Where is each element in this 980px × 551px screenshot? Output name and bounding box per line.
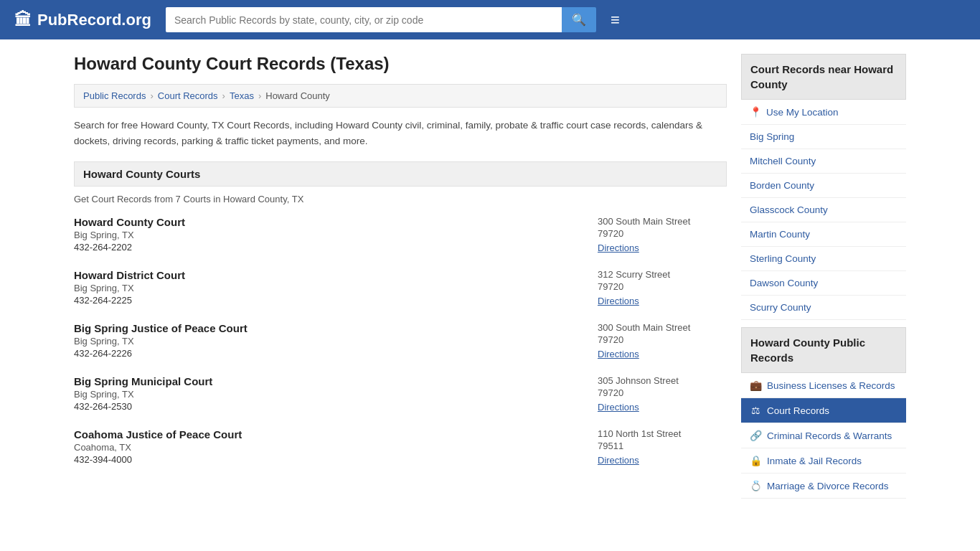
sidebar-item-link[interactable]: Marriage & Divorce Records <box>767 481 889 491</box>
main-content: Howard County Court Records (Texas) Publ… <box>74 54 727 506</box>
sidebar-icon: ⚖ <box>750 405 761 416</box>
breadcrumb-texas[interactable]: Texas <box>230 90 254 101</box>
court-zip: 79720 <box>598 334 727 345</box>
breadcrumb-current: Howard County <box>265 90 330 101</box>
court-city: Big Spring, TX <box>74 283 583 293</box>
court-street: 312 Scurry Street <box>598 269 727 280</box>
court-zip: 79720 <box>598 281 727 292</box>
court-city: Big Spring, TX <box>74 336 583 347</box>
nearby-location-item[interactable]: Dawson County <box>741 271 906 296</box>
directions-link[interactable]: Directions <box>598 455 639 466</box>
nearby-location-link[interactable]: Martin County <box>750 229 810 240</box>
section-subtext: Get Court Records from 7 Courts in Howar… <box>74 194 727 204</box>
court-address: 300 South Main Street 79720 Directions <box>598 322 727 359</box>
public-record-item[interactable]: ⚖Court Records <box>741 398 906 423</box>
page-title: Howard County Court Records (Texas) <box>74 54 727 74</box>
nearby-location-link[interactable]: Scurry County <box>750 302 811 313</box>
sidebar-item-link[interactable]: Criminal Records & Warrants <box>767 430 892 441</box>
nearby-location-item[interactable]: Sterling County <box>741 247 906 271</box>
public-records-list: 💼Business Licenses & Records⚖Court Recor… <box>741 373 906 499</box>
nearby-location-link[interactable]: Sterling County <box>750 253 816 264</box>
breadcrumb-sep-1: › <box>150 90 153 101</box>
court-address: 300 South Main Street 79720 Directions <box>598 216 727 253</box>
breadcrumb-court-records[interactable]: Court Records <box>158 90 218 101</box>
nearby-location-item[interactable]: Martin County <box>741 222 906 247</box>
public-records-heading: Howard County Public Records <box>741 327 906 373</box>
nearby-location-item[interactable]: Mitchell County <box>741 149 906 174</box>
court-name: Big Spring Municipal Court <box>74 375 583 387</box>
court-entry: Big Spring Justice of Peace Court Big Sp… <box>74 322 727 359</box>
court-zip: 79511 <box>598 441 727 451</box>
sidebar-item-link[interactable]: Business Licenses & Records <box>767 380 895 391</box>
court-city: Big Spring, TX <box>74 389 583 400</box>
logo-text: PubRecord.org <box>37 11 151 29</box>
description-text: Search for free Howard County, TX Court … <box>74 118 727 149</box>
court-name: Coahoma Justice of Peace Court <box>74 428 583 441</box>
logo-icon: 🏛 <box>14 10 32 30</box>
breadcrumb-sep-3: › <box>258 90 261 101</box>
nearby-location-link[interactable]: Borden County <box>750 180 814 191</box>
nearby-list: Big SpringMitchell CountyBorden CountyGl… <box>741 125 906 320</box>
nearby-location-item[interactable]: Glasscock County <box>741 198 906 222</box>
courts-list: Howard County Court Big Spring, TX 432-2… <box>74 216 727 466</box>
public-record-item[interactable]: 💍Marriage & Divorce Records <box>741 474 906 499</box>
public-record-item[interactable]: 🔒Inmate & Jail Records <box>741 448 906 474</box>
court-zip: 79720 <box>598 387 727 398</box>
nearby-section: Court Records near Howard County 📍 Use M… <box>741 54 906 320</box>
court-phone: 432-264-2225 <box>74 295 583 306</box>
court-address: 305 Johnson Street 79720 Directions <box>598 375 727 413</box>
court-street: 305 Johnson Street <box>598 375 727 386</box>
court-address: 312 Scurry Street 79720 Directions <box>598 269 727 306</box>
site-header: 🏛 PubRecord.org 🔍 ≡ <box>0 0 980 39</box>
court-street: 300 South Main Street <box>598 322 727 333</box>
court-street: 300 South Main Street <box>598 216 727 227</box>
court-entry: Howard County Court Big Spring, TX 432-2… <box>74 216 727 253</box>
use-location-item[interactable]: 📍 Use My Location <box>741 100 906 125</box>
nearby-location-link[interactable]: Glasscock County <box>750 204 828 215</box>
court-entry: Big Spring Municipal Court Big Spring, T… <box>74 375 727 413</box>
court-city: Big Spring, TX <box>74 230 583 240</box>
court-phone: 432-264-2202 <box>74 242 583 253</box>
directions-link[interactable]: Directions <box>598 402 639 413</box>
court-phone: 432-264-2226 <box>74 348 583 359</box>
site-logo[interactable]: 🏛 PubRecord.org <box>14 10 151 30</box>
breadcrumb: Public Records › Court Records › Texas ›… <box>74 84 727 108</box>
location-pin-icon: 📍 <box>750 106 762 118</box>
court-info: Coahoma Justice of Peace Court Coahoma, … <box>74 428 583 466</box>
nearby-location-item[interactable]: Scurry County <box>741 296 906 320</box>
nearby-location-link[interactable]: Dawson County <box>750 278 818 288</box>
nearby-location-item[interactable]: Borden County <box>741 174 906 198</box>
search-bar: 🔍 <box>166 7 596 32</box>
directions-link[interactable]: Directions <box>598 242 639 253</box>
court-entry: Coahoma Justice of Peace Court Coahoma, … <box>74 428 727 466</box>
nearby-location-item[interactable]: Big Spring <box>741 125 906 149</box>
court-entry: Howard District Court Big Spring, TX 432… <box>74 269 727 306</box>
court-name: Howard District Court <box>74 269 583 281</box>
directions-link[interactable]: Directions <box>598 349 639 359</box>
public-record-item[interactable]: 💼Business Licenses & Records <box>741 373 906 398</box>
court-name: Big Spring Justice of Peace Court <box>74 322 583 334</box>
court-city: Coahoma, TX <box>74 442 583 453</box>
search-button[interactable]: 🔍 <box>562 7 596 32</box>
court-street: 110 North 1st Street <box>598 428 727 439</box>
nearby-heading: Court Records near Howard County <box>741 54 906 100</box>
page-container: Howard County Court Records (Texas) Publ… <box>60 39 920 520</box>
court-info: Howard District Court Big Spring, TX 432… <box>74 269 583 306</box>
sidebar-icon: 💼 <box>750 380 761 391</box>
breadcrumb-public-records[interactable]: Public Records <box>83 90 146 101</box>
sidebar-item-label: Court Records <box>767 405 829 416</box>
directions-link[interactable]: Directions <box>598 296 639 306</box>
menu-button[interactable]: ≡ <box>611 12 620 28</box>
public-record-item[interactable]: 🔗Criminal Records & Warrants <box>741 423 906 448</box>
section-header: Howard County Courts <box>74 161 727 187</box>
use-location-label: Use My Location <box>766 107 839 118</box>
sidebar-item-link[interactable]: Inmate & Jail Records <box>767 456 862 466</box>
court-address: 110 North 1st Street 79511 Directions <box>598 428 727 466</box>
sidebar-icon: 🔒 <box>750 455 761 466</box>
nearby-location-link[interactable]: Mitchell County <box>750 156 816 166</box>
sidebar: Court Records near Howard County 📍 Use M… <box>741 54 906 506</box>
sidebar-icon: 💍 <box>750 480 761 491</box>
court-info: Big Spring Municipal Court Big Spring, T… <box>74 375 583 413</box>
search-input[interactable] <box>166 7 562 32</box>
nearby-location-link[interactable]: Big Spring <box>750 131 794 142</box>
